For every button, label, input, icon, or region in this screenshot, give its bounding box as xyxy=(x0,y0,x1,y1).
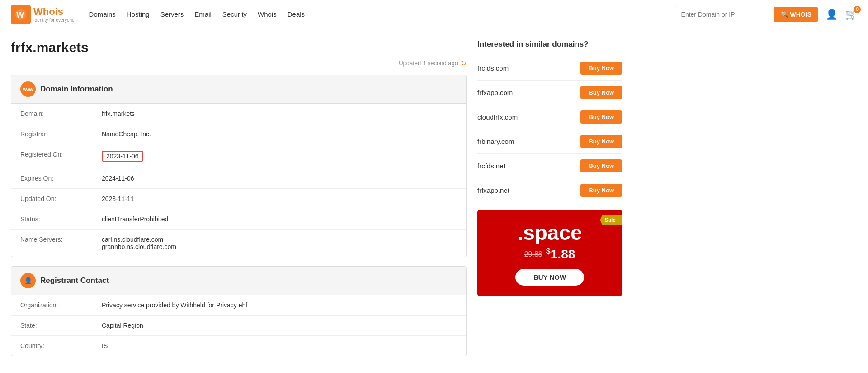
field-value: 2024-11-06 xyxy=(93,168,466,189)
nav-email[interactable]: Email xyxy=(194,10,212,18)
nav-hosting[interactable]: Hosting xyxy=(127,10,150,18)
table-row: Name Servers: carl.ns.cloudflare.com gra… xyxy=(11,230,466,257)
nav-domains[interactable]: Domains xyxy=(89,10,116,18)
buy-now-button[interactable]: Buy Now xyxy=(580,135,622,148)
nav-whois[interactable]: Whois xyxy=(258,10,277,18)
domain-info-card: www Domain Information Domain: frfx.mark… xyxy=(11,75,467,257)
svg-text:W: W xyxy=(16,10,24,19)
field-label: Expires On: xyxy=(11,168,93,189)
field-value-registered: 2023-11-06 xyxy=(93,144,466,168)
sale-buy-button[interactable]: BUY NOW xyxy=(515,269,584,286)
page-title: frfx.markets xyxy=(11,40,467,55)
similar-domain-row: frcfds.net Buy Now xyxy=(477,154,622,178)
registrant-card: 👤 Registrant Contact Organization: Priva… xyxy=(11,266,467,356)
table-row: Status: clientTransferProhibited xyxy=(11,209,466,230)
logo[interactable]: W Whois Identity for everyone xyxy=(11,5,75,24)
refresh-icon[interactable]: ↻ xyxy=(461,59,467,67)
similar-domain-name: frcfds.com xyxy=(477,64,509,72)
field-value: Capital Region xyxy=(93,316,466,336)
search-button[interactable]: 🔍 WHOIS xyxy=(774,7,818,22)
search-bar: 🔍 WHOIS xyxy=(675,7,818,22)
tld-text: .space xyxy=(486,220,613,245)
table-row: Expires On: 2024-11-06 xyxy=(11,168,466,189)
field-value: NameCheap, Inc. xyxy=(93,124,466,144)
field-value-nameservers: carl.ns.cloudflare.com grannbo.ns.cloudf… xyxy=(93,230,466,257)
similar-domain-row: frcfds.com Buy Now xyxy=(477,56,622,81)
brand-name: Whois xyxy=(33,6,75,18)
left-column: frfx.markets Updated 1 second ago ↻ www … xyxy=(11,40,467,365)
table-row: State: Capital Region xyxy=(11,316,466,336)
similar-domains-list: frcfds.com Buy Now frfxapp.com Buy Now c… xyxy=(477,56,622,202)
similar-domain-name: frfxapp.net xyxy=(477,186,509,194)
dollar-sign: $ xyxy=(546,247,551,256)
table-row: Organization: Privacy service provided b… xyxy=(11,295,466,316)
field-value: 2023-11-11 xyxy=(93,189,466,209)
field-value: frfx.markets xyxy=(93,104,466,124)
field-value: Privacy service provided by Withheld for… xyxy=(93,295,466,316)
similar-domain-row: frbinary.com Buy Now xyxy=(477,129,622,154)
similar-domain-name: frcfds.net xyxy=(477,162,505,170)
field-label: Organization: xyxy=(11,295,93,316)
registrant-header: 👤 Registrant Contact xyxy=(11,267,466,295)
updated-text: Updated 1 second ago xyxy=(399,60,458,67)
table-row: Country: IS xyxy=(11,336,466,356)
navigation: W Whois Identity for everyone Domains Ho… xyxy=(0,0,868,29)
new-price: $1.88 xyxy=(546,247,576,262)
sale-card: Sale .space 29.88 $1.88 BUY NOW xyxy=(477,210,622,296)
user-icon[interactable]: 👤 xyxy=(826,9,838,20)
old-price: 29.88 xyxy=(524,250,542,258)
sale-badge: Sale xyxy=(600,215,622,225)
domain-info-title: Domain Information xyxy=(40,85,113,94)
brand-tagline: Identity for everyone xyxy=(33,18,75,23)
table-row: Registered On: 2023-11-06 xyxy=(11,144,466,168)
field-value: IS xyxy=(93,336,466,356)
nav-security[interactable]: Security xyxy=(222,10,247,18)
similar-domain-row: frfxapp.net Buy Now xyxy=(477,178,622,202)
nav-deals[interactable]: Deals xyxy=(288,10,305,18)
price-row: 29.88 $1.88 xyxy=(486,247,613,262)
new-price-value: 1.88 xyxy=(551,247,576,261)
field-label: Registered On: xyxy=(11,144,93,168)
similar-domain-name: cloudfrfx.com xyxy=(477,113,518,121)
nav-servers[interactable]: Servers xyxy=(160,10,184,18)
similar-domain-row: frfxapp.com Buy Now xyxy=(477,81,622,105)
logo-text: Whois Identity for everyone xyxy=(33,6,75,23)
right-column: Interested in similar domains? frcfds.co… xyxy=(477,40,622,365)
field-label: Country: xyxy=(11,336,93,356)
similar-domain-name: frfxapp.com xyxy=(477,89,513,96)
field-label: Updated On: xyxy=(11,189,93,209)
buy-now-button[interactable]: Buy Now xyxy=(580,184,622,197)
search-icon: 🔍 xyxy=(781,11,788,18)
field-value: clientTransferProhibited xyxy=(93,209,466,230)
buy-now-button[interactable]: Buy Now xyxy=(580,62,622,75)
update-row: Updated 1 second ago ↻ xyxy=(11,59,467,67)
field-label: Domain: xyxy=(11,104,93,124)
search-btn-label: WHOIS xyxy=(790,11,811,18)
domain-info-table: Domain: frfx.markets Registrar: NameChea… xyxy=(11,104,466,257)
registrant-icon: 👤 xyxy=(20,273,36,288)
nav-icons: 👤 🛒 0 xyxy=(826,9,857,20)
registered-date: 2023-11-06 xyxy=(102,151,143,162)
field-label: Name Servers: xyxy=(11,230,93,257)
registrant-table: Organization: Privacy service provided b… xyxy=(11,295,466,356)
registrant-title: Registrant Contact xyxy=(40,276,109,285)
similar-domain-name: frbinary.com xyxy=(477,138,514,145)
table-row: Registrar: NameCheap, Inc. xyxy=(11,124,466,144)
domain-info-header: www Domain Information xyxy=(11,75,466,104)
field-label: State: xyxy=(11,316,93,336)
similar-domain-row: cloudfrfx.com Buy Now xyxy=(477,105,622,129)
nav-links: Domains Hosting Servers Email Security W… xyxy=(89,10,675,18)
buy-now-button[interactable]: Buy Now xyxy=(580,86,622,99)
table-row: Updated On: 2023-11-11 xyxy=(11,189,466,209)
buy-now-button[interactable]: Buy Now xyxy=(580,110,622,124)
cart-icon[interactable]: 🛒 0 xyxy=(845,9,857,20)
search-input[interactable] xyxy=(675,7,774,22)
main-wrapper: frfx.markets Updated 1 second ago ↻ www … xyxy=(0,29,633,365)
table-row: Domain: frfx.markets xyxy=(11,104,466,124)
cart-badge: 0 xyxy=(854,6,861,13)
field-label: Status: xyxy=(11,209,93,230)
field-label: Registrar: xyxy=(11,124,93,144)
logo-icon: W xyxy=(11,5,31,24)
buy-now-button[interactable]: Buy Now xyxy=(580,159,622,172)
similar-title: Interested in similar domains? xyxy=(477,40,622,49)
